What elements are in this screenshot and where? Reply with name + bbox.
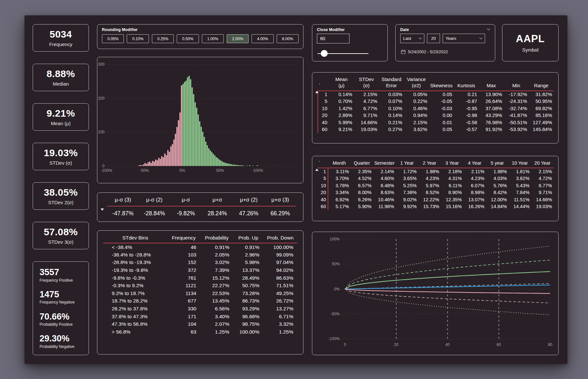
table-row[interactable]: -19.3% to -9.8%3727.39%13.37%94.02% [103, 266, 297, 274]
rounding-option-button[interactable]: 2.00% [227, 34, 249, 43]
table-cell: 3.02% [200, 259, 233, 267]
table-row[interactable]: 203.34%8.00%8.63%7.38%8.52%8.90%8.98%8.4… [318, 189, 554, 196]
table-row[interactable]: 9.2% to 18.7%113422.53%73.28%49.25% [103, 289, 297, 297]
rounding-option-button[interactable]: 4.00% [252, 34, 273, 43]
column-header[interactable]: ` [318, 160, 328, 168]
rounding-option-button[interactable]: 8.00% [277, 34, 299, 43]
column-header[interactable]: 2 Year [418, 160, 441, 168]
table-row[interactable]: 50.70%4.72%0.07%0.22%-0.05-0.8726.64%-24… [318, 98, 554, 105]
table-row[interactable]: > 56.8%631.25%100.00%1.25% [103, 328, 297, 336]
column-header[interactable]: 10 Year [509, 160, 531, 168]
slider-thumb[interactable] [321, 50, 328, 57]
table-cell: 0.05 [429, 91, 454, 98]
table-cell: 13.45% [200, 297, 233, 305]
column-header[interactable]: Skewness [429, 76, 454, 91]
date-unit-dropdown[interactable]: Years [443, 34, 485, 43]
rounding-option-button[interactable]: 0.05% [102, 34, 124, 43]
column-header[interactable]: Kurtosis [454, 76, 479, 91]
table-row[interactable]: -0.3% to 9.2%112122.27%50.75%71.51% [103, 282, 297, 289]
table-cell: 12.35% [441, 196, 463, 203]
sigma-column-header[interactable]: μ+σ [202, 197, 233, 206]
table-cell: -0.57 [454, 126, 479, 133]
table-row[interactable]: 53.70%4.52%4.60%3.65%4.23%4.31%4.23%4.03… [318, 175, 554, 182]
rounding-option-button[interactable]: 1.00% [202, 34, 224, 43]
sort-descending-icon[interactable] [101, 208, 104, 211]
close-modifier-slider[interactable] [318, 50, 368, 57]
rounding-option-button[interactable]: 0.25% [152, 34, 174, 43]
table-cell: 372 [167, 266, 200, 274]
column-header[interactable]: Month [328, 160, 351, 168]
table-cell: 26.64% [479, 98, 504, 105]
table-cell: 63 [167, 328, 200, 336]
table-row[interactable]: 47.3% to 56.8%1042.07%98.75%3.32% [103, 320, 297, 328]
column-header[interactable]: Range [529, 76, 554, 91]
table-row[interactable]: 101.42%6.77%0.10%0.46%-0.03-0.9537.08%-3… [318, 105, 554, 112]
sigma-column-header[interactable]: μ-σ [170, 197, 202, 206]
column-header[interactable]: Standard Error [379, 76, 404, 91]
column-header[interactable]: 3 Year [441, 160, 463, 168]
column-header[interactable]: Prob. Up [233, 235, 263, 243]
column-header[interactable]: Variance (σ2) [404, 76, 429, 91]
column-header[interactable]: Semester [373, 160, 396, 168]
table-row[interactable]: 609.21%19.03%0.27%3.62%0.05-0.5791.92%-5… [318, 126, 554, 133]
column-header[interactable]: Min [504, 76, 529, 91]
table-cell: 6.56% [200, 305, 233, 313]
sigma-column-header[interactable]: μ+σ (2) [233, 197, 264, 206]
column-header[interactable]: Mean (μ) [329, 76, 354, 91]
column-header[interactable]: Prob. Down [263, 235, 297, 243]
rounding-option-button[interactable]: 0.50% [177, 34, 199, 43]
table-cell: 43.29% [479, 112, 504, 119]
sort-ascending-icon[interactable] [315, 91, 318, 93]
table-row[interactable]: -28.8% to -19.3%1523.02%5.98%97.04% [103, 259, 297, 267]
kpi-value: 8.88% [46, 68, 75, 79]
column-header[interactable]: 1 Year [396, 160, 418, 168]
table-row[interactable]: 10.14%2.15%0.03%0.05%0.050.2113.90%-17.9… [318, 91, 554, 98]
symbol-card: AAPL Symbol [502, 24, 559, 61]
sort-ascending-icon[interactable] [315, 169, 318, 171]
table-row[interactable]: < -38.4%460.91%0.91%100.00% [103, 243, 297, 251]
column-header[interactable]: Quarter [351, 160, 373, 168]
rounding-option-button[interactable]: 0.10% [127, 34, 149, 43]
table-cell: 37.08% [479, 105, 504, 112]
table-cell: 5.90% [351, 203, 373, 210]
table-row[interactable]: 202.89%9.71%0.14%0.94%0.00-0.9843.29%-41… [318, 112, 554, 119]
sigma-column-header[interactable]: μ-σ (3) [107, 197, 139, 206]
table-row[interactable]: 13.11%2.35%2.14%1.72%1.98%2.18%2.11%1.98… [318, 168, 554, 175]
projection-panel: 100%50%0%-50%-100%020406080 [312, 232, 559, 355]
table-row[interactable]: 28.2% to 37.8%3306.56%93.29%13.27% [103, 305, 297, 313]
table-row[interactable]: 406.92%6.26%10.46%9.02%12.22%12.35%13.07… [318, 196, 554, 203]
column-header[interactable]: 4 Year [464, 160, 486, 168]
table-cell: 13.90% [479, 91, 504, 98]
table-cell: 86.73% [233, 297, 263, 305]
table-cell: -9.8% to -0.3% [103, 274, 167, 282]
table-cell: 0.22% [404, 98, 429, 105]
column-header[interactable]: 20 Year [531, 160, 554, 168]
table-row[interactable]: 18.7% to 28.2%67713.45%86.73%26.72% [103, 297, 297, 305]
projection-chart[interactable]: 100%50%0%-50%-100%020406080 [312, 232, 558, 355]
table-row[interactable]: 37.8% to 47.3%1713.40%96.68%6.71% [103, 313, 297, 321]
table-cell: 28.49% [233, 274, 263, 282]
slicer-chevron-down-icon[interactable] [487, 27, 490, 30]
sigma-bounds-panel: μ-σ (3)μ-σ (2)μ-σμ+σμ+σ (2)μ+σ (3)-47.87… [97, 192, 303, 222]
sigma-column-header[interactable]: μ-σ (2) [139, 197, 170, 206]
column-header[interactable]: Max [479, 76, 504, 91]
column-header[interactable]: 5 year [486, 160, 509, 168]
date-mode-dropdown[interactable]: Last [400, 34, 424, 43]
table-row[interactable]: -38.4% to -28.8%1032.05%2.96%99.09% [103, 251, 297, 259]
table-row[interactable]: 405.99%14.66%0.21%2.15%0.01-0.5876.98%-5… [318, 119, 554, 126]
table-row[interactable]: 605.17%5.90%11.98%9.92%15.73%15.16%16.26… [318, 203, 554, 210]
column-header[interactable]: Probability [200, 235, 233, 243]
column-header[interactable]: STdev Bins [103, 235, 167, 243]
svg-text:0%: 0% [179, 168, 185, 173]
column-header[interactable]: Frequency [167, 235, 200, 243]
close-modifier-input[interactable] [317, 34, 350, 43]
table-row[interactable]: 103.78%6.57%6.48%5.25%5.97%6.11%6.07%5.7… [318, 182, 554, 189]
sigma-column-header[interactable]: μ+σ (3) [265, 197, 296, 206]
column-header[interactable]: STDev (σ) [354, 76, 379, 91]
date-count-input[interactable]: 20 [427, 34, 440, 43]
table-cell: 19.03% [354, 126, 379, 133]
histogram-chart[interactable]: 0100200300-100%-50%0%50%100% [97, 57, 303, 183]
table-row[interactable]: -9.8% to -0.3%76115.12%28.49%86.63% [103, 274, 297, 282]
column-header[interactable]: ` [318, 76, 329, 91]
table-cell: -0.98 [454, 112, 479, 119]
